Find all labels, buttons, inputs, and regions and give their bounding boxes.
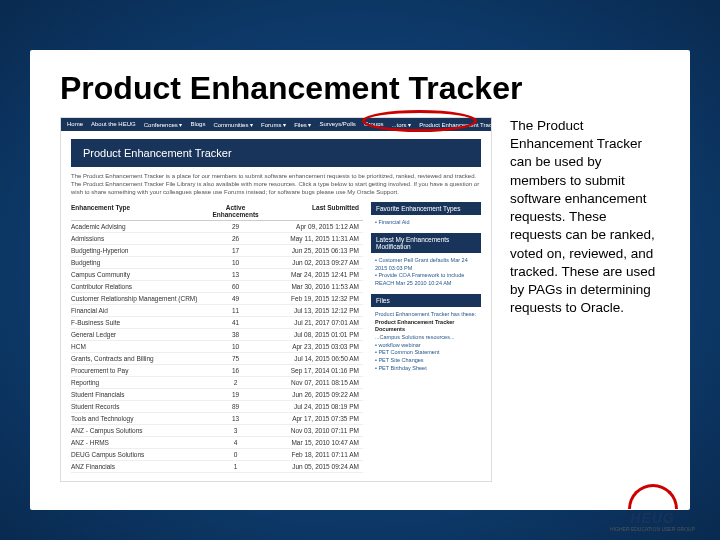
- table-row[interactable]: ANZ - HRMS4Mar 15, 2010 10:47 AM: [71, 437, 363, 449]
- file-link[interactable]: • PET Common Statement: [375, 349, 477, 357]
- enhancement-table: Enhancement Type Active Enhancements Las…: [71, 202, 363, 473]
- slide-callout: The Product Enhancement Tracker can be u…: [510, 117, 660, 482]
- table-row[interactable]: ANZ - Campus Solutions3Nov 03, 2010 07:1…: [71, 425, 363, 437]
- table-row[interactable]: Student Records89Jul 24, 2015 08:19 PM: [71, 401, 363, 413]
- latest-mods-header: Latest My Enhancements Modification: [371, 233, 481, 253]
- table-row[interactable]: Customer Relationship Management (CRM)49…: [71, 293, 363, 305]
- nav-forums[interactable]: Forums ▾: [261, 121, 286, 128]
- nav-surveys[interactable]: Surveys/Polls: [319, 121, 355, 128]
- table-row[interactable]: Campus Community13Mar 24, 2015 12:41 PM: [71, 269, 363, 281]
- latest-item[interactable]: • Provide COA Framework to include REACH…: [375, 272, 477, 287]
- page-intro: The Product Enhancement Tracker is a pla…: [71, 173, 481, 196]
- file-link[interactable]: • workflow webinar: [375, 342, 477, 350]
- nav-conferences[interactable]: Conferences ▾: [144, 121, 183, 128]
- nav-about[interactable]: About the HEUG: [91, 121, 136, 128]
- files-sub: ...Campus Solutions resources...: [375, 334, 477, 342]
- table-row[interactable]: Procurement to Pay16Sep 17, 2014 01:16 P…: [71, 365, 363, 377]
- table-row[interactable]: Tools and Technology13Apr 17, 2015 07:35…: [71, 413, 363, 425]
- nav-tors[interactable]: ...tors ▾: [392, 121, 412, 128]
- table-row[interactable]: Budgeting10Jun 02, 2013 09:27 AM: [71, 257, 363, 269]
- favorite-item[interactable]: • Financial Aid: [371, 217, 481, 233]
- file-link[interactable]: • PET Birthday Sheet: [375, 365, 477, 373]
- col-type: Enhancement Type: [71, 204, 208, 218]
- table-row[interactable]: Financial Aid11Jul 13, 2015 12:12 PM: [71, 305, 363, 317]
- latest-item[interactable]: • Customer Pell Grant defaults Mar 24 20…: [375, 257, 477, 272]
- col-count: Active Enhancements: [208, 204, 263, 218]
- col-date: Last Submitted: [263, 204, 363, 218]
- nav-files[interactable]: Files ▾: [294, 121, 311, 128]
- table-row[interactable]: General Ledger38Jul 08, 2015 01:01 PM: [71, 329, 363, 341]
- embedded-screenshot: Home About the HEUG Conferences ▾ Blogs …: [60, 117, 492, 482]
- table-row[interactable]: Contributor Relations60Mar 30, 2016 11:5…: [71, 281, 363, 293]
- table-row[interactable]: ANZ Financials1Jun 05, 2015 09:24 AM: [71, 461, 363, 473]
- table-row[interactable]: F-Business Suite41Jul 21, 2017 07:01 AM: [71, 317, 363, 329]
- table-row[interactable]: Admissions26May 11, 2015 11:31 AM: [71, 233, 363, 245]
- heug-logo: HEUG HIGHER EDUCATION USER GROUP: [610, 484, 695, 532]
- logo-text: HEUG: [610, 510, 695, 526]
- file-link[interactable]: • PET Site Changes: [375, 357, 477, 365]
- nav-home[interactable]: Home: [67, 121, 83, 128]
- nav-blogs[interactable]: Blogs: [190, 121, 205, 128]
- top-nav: Home About the HEUG Conferences ▾ Blogs …: [61, 118, 491, 131]
- table-row[interactable]: DEUG Campus Solutions0Feb 18, 2011 07:11…: [71, 449, 363, 461]
- page-banner: Product Enhancement Tracker: [71, 139, 481, 167]
- files-heading: Product Enhancement Tracker Documents: [375, 319, 477, 334]
- logo-subtitle: HIGHER EDUCATION USER GROUP: [610, 526, 695, 532]
- table-row[interactable]: Reporting2Nov 07, 2011 08:15 AM: [71, 377, 363, 389]
- slide-title: Product Enhancement Tracker: [60, 70, 660, 107]
- table-row[interactable]: Budgeting-Hyperion17Jun 25, 2015 06:13 P…: [71, 245, 363, 257]
- nav-communities[interactable]: Communities ▾: [213, 121, 253, 128]
- table-row[interactable]: Academic Advising29Apr 09, 2015 1:12 AM: [71, 221, 363, 233]
- table-row[interactable]: HCM10Apr 23, 2015 03:03 PM: [71, 341, 363, 353]
- table-row[interactable]: Grants, Contracts and Billing75Jul 14, 2…: [71, 353, 363, 365]
- favorite-types-header: Favorite Enhancement Types: [371, 202, 481, 215]
- nav-groups[interactable]: Groups: [364, 121, 384, 128]
- table-row[interactable]: Student Financials19Jun 26, 2015 09:22 A…: [71, 389, 363, 401]
- files-header: Files: [371, 294, 481, 307]
- files-intro: Product Enhancement Tracker has these:: [375, 311, 477, 319]
- nav-pet[interactable]: Product Enhancement Tracker ▾: [419, 121, 505, 128]
